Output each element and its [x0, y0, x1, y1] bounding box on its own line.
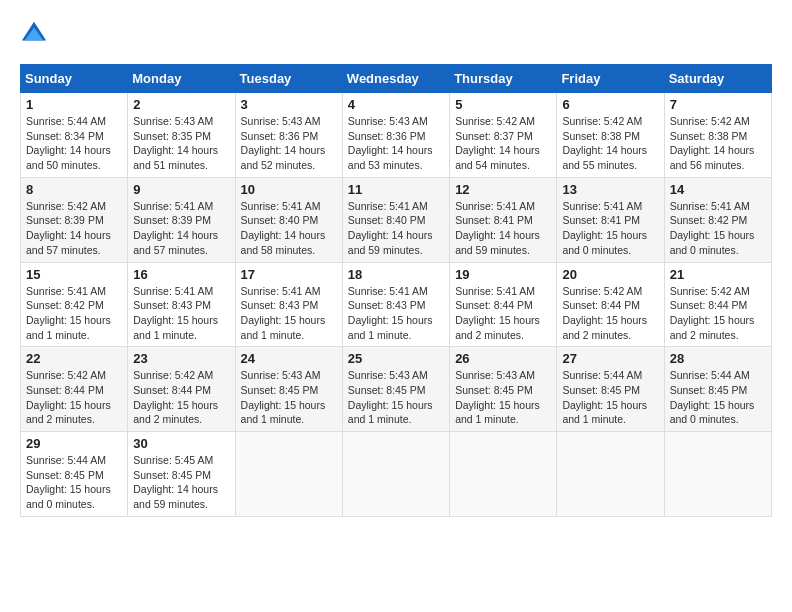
day-info: Sunrise: 5:43 AM Sunset: 8:36 PM Dayligh… [241, 114, 337, 173]
col-header-sunday: Sunday [21, 65, 128, 93]
empty-cell [342, 432, 449, 517]
day-number: 4 [348, 97, 444, 112]
calendar-day-17: 17 Sunrise: 5:41 AM Sunset: 8:43 PM Dayl… [235, 262, 342, 347]
day-number: 10 [241, 182, 337, 197]
calendar-day-10: 10 Sunrise: 5:41 AM Sunset: 8:40 PM Dayl… [235, 177, 342, 262]
day-info: Sunrise: 5:44 AM Sunset: 8:45 PM Dayligh… [26, 453, 122, 512]
day-number: 1 [26, 97, 122, 112]
day-number: 2 [133, 97, 229, 112]
day-number: 9 [133, 182, 229, 197]
day-number: 29 [26, 436, 122, 451]
calendar-day-28: 28 Sunrise: 5:44 AM Sunset: 8:45 PM Dayl… [664, 347, 771, 432]
day-info: Sunrise: 5:42 AM Sunset: 8:38 PM Dayligh… [670, 114, 766, 173]
day-number: 17 [241, 267, 337, 282]
calendar-day-21: 21 Sunrise: 5:42 AM Sunset: 8:44 PM Dayl… [664, 262, 771, 347]
day-number: 24 [241, 351, 337, 366]
day-info: Sunrise: 5:43 AM Sunset: 8:36 PM Dayligh… [348, 114, 444, 173]
calendar-day-14: 14 Sunrise: 5:41 AM Sunset: 8:42 PM Dayl… [664, 177, 771, 262]
calendar-week-4: 22 Sunrise: 5:42 AM Sunset: 8:44 PM Dayl… [21, 347, 772, 432]
col-header-monday: Monday [128, 65, 235, 93]
calendar-day-16: 16 Sunrise: 5:41 AM Sunset: 8:43 PM Dayl… [128, 262, 235, 347]
calendar-day-30: 30 Sunrise: 5:45 AM Sunset: 8:45 PM Dayl… [128, 432, 235, 517]
day-number: 12 [455, 182, 551, 197]
day-info: Sunrise: 5:42 AM Sunset: 8:44 PM Dayligh… [26, 368, 122, 427]
day-info: Sunrise: 5:41 AM Sunset: 8:40 PM Dayligh… [241, 199, 337, 258]
calendar-day-9: 9 Sunrise: 5:41 AM Sunset: 8:39 PM Dayli… [128, 177, 235, 262]
day-number: 6 [562, 97, 658, 112]
day-number: 13 [562, 182, 658, 197]
calendar-day-5: 5 Sunrise: 5:42 AM Sunset: 8:37 PM Dayli… [450, 93, 557, 178]
calendar-day-3: 3 Sunrise: 5:43 AM Sunset: 8:36 PM Dayli… [235, 93, 342, 178]
empty-cell [557, 432, 664, 517]
calendar-day-24: 24 Sunrise: 5:43 AM Sunset: 8:45 PM Dayl… [235, 347, 342, 432]
day-number: 28 [670, 351, 766, 366]
calendar-day-1: 1 Sunrise: 5:44 AM Sunset: 8:34 PM Dayli… [21, 93, 128, 178]
day-number: 14 [670, 182, 766, 197]
day-info: Sunrise: 5:43 AM Sunset: 8:45 PM Dayligh… [348, 368, 444, 427]
calendar-day-29: 29 Sunrise: 5:44 AM Sunset: 8:45 PM Dayl… [21, 432, 128, 517]
calendar-day-19: 19 Sunrise: 5:41 AM Sunset: 8:44 PM Dayl… [450, 262, 557, 347]
col-header-tuesday: Tuesday [235, 65, 342, 93]
day-number: 26 [455, 351, 551, 366]
day-info: Sunrise: 5:42 AM Sunset: 8:44 PM Dayligh… [133, 368, 229, 427]
calendar-week-2: 8 Sunrise: 5:42 AM Sunset: 8:39 PM Dayli… [21, 177, 772, 262]
day-info: Sunrise: 5:44 AM Sunset: 8:45 PM Dayligh… [562, 368, 658, 427]
day-info: Sunrise: 5:45 AM Sunset: 8:45 PM Dayligh… [133, 453, 229, 512]
empty-cell [235, 432, 342, 517]
calendar-day-4: 4 Sunrise: 5:43 AM Sunset: 8:36 PM Dayli… [342, 93, 449, 178]
day-number: 20 [562, 267, 658, 282]
day-number: 11 [348, 182, 444, 197]
day-number: 5 [455, 97, 551, 112]
calendar-day-2: 2 Sunrise: 5:43 AM Sunset: 8:35 PM Dayli… [128, 93, 235, 178]
day-info: Sunrise: 5:41 AM Sunset: 8:42 PM Dayligh… [26, 284, 122, 343]
calendar-table: SundayMondayTuesdayWednesdayThursdayFrid… [20, 64, 772, 517]
header [20, 20, 772, 48]
day-number: 30 [133, 436, 229, 451]
calendar-day-15: 15 Sunrise: 5:41 AM Sunset: 8:42 PM Dayl… [21, 262, 128, 347]
day-info: Sunrise: 5:41 AM Sunset: 8:41 PM Dayligh… [562, 199, 658, 258]
day-number: 21 [670, 267, 766, 282]
day-number: 3 [241, 97, 337, 112]
day-info: Sunrise: 5:41 AM Sunset: 8:39 PM Dayligh… [133, 199, 229, 258]
calendar-day-8: 8 Sunrise: 5:42 AM Sunset: 8:39 PM Dayli… [21, 177, 128, 262]
col-header-friday: Friday [557, 65, 664, 93]
day-info: Sunrise: 5:41 AM Sunset: 8:43 PM Dayligh… [348, 284, 444, 343]
day-info: Sunrise: 5:42 AM Sunset: 8:39 PM Dayligh… [26, 199, 122, 258]
day-info: Sunrise: 5:43 AM Sunset: 8:45 PM Dayligh… [455, 368, 551, 427]
calendar-week-5: 29 Sunrise: 5:44 AM Sunset: 8:45 PM Dayl… [21, 432, 772, 517]
day-number: 22 [26, 351, 122, 366]
day-number: 27 [562, 351, 658, 366]
day-info: Sunrise: 5:44 AM Sunset: 8:34 PM Dayligh… [26, 114, 122, 173]
day-info: Sunrise: 5:42 AM Sunset: 8:38 PM Dayligh… [562, 114, 658, 173]
day-info: Sunrise: 5:41 AM Sunset: 8:41 PM Dayligh… [455, 199, 551, 258]
day-number: 25 [348, 351, 444, 366]
day-info: Sunrise: 5:41 AM Sunset: 8:44 PM Dayligh… [455, 284, 551, 343]
calendar-day-27: 27 Sunrise: 5:44 AM Sunset: 8:45 PM Dayl… [557, 347, 664, 432]
calendar-week-1: 1 Sunrise: 5:44 AM Sunset: 8:34 PM Dayli… [21, 93, 772, 178]
logo-icon [20, 20, 48, 48]
day-number: 16 [133, 267, 229, 282]
calendar-day-13: 13 Sunrise: 5:41 AM Sunset: 8:41 PM Dayl… [557, 177, 664, 262]
col-header-saturday: Saturday [664, 65, 771, 93]
col-header-wednesday: Wednesday [342, 65, 449, 93]
calendar-day-18: 18 Sunrise: 5:41 AM Sunset: 8:43 PM Dayl… [342, 262, 449, 347]
day-info: Sunrise: 5:41 AM Sunset: 8:42 PM Dayligh… [670, 199, 766, 258]
day-info: Sunrise: 5:43 AM Sunset: 8:45 PM Dayligh… [241, 368, 337, 427]
calendar-day-26: 26 Sunrise: 5:43 AM Sunset: 8:45 PM Dayl… [450, 347, 557, 432]
calendar-header-row: SundayMondayTuesdayWednesdayThursdayFrid… [21, 65, 772, 93]
empty-cell [450, 432, 557, 517]
day-number: 8 [26, 182, 122, 197]
day-info: Sunrise: 5:42 AM Sunset: 8:37 PM Dayligh… [455, 114, 551, 173]
calendar-day-6: 6 Sunrise: 5:42 AM Sunset: 8:38 PM Dayli… [557, 93, 664, 178]
calendar-day-20: 20 Sunrise: 5:42 AM Sunset: 8:44 PM Dayl… [557, 262, 664, 347]
day-info: Sunrise: 5:43 AM Sunset: 8:35 PM Dayligh… [133, 114, 229, 173]
calendar-day-23: 23 Sunrise: 5:42 AM Sunset: 8:44 PM Dayl… [128, 347, 235, 432]
day-number: 18 [348, 267, 444, 282]
calendar-day-25: 25 Sunrise: 5:43 AM Sunset: 8:45 PM Dayl… [342, 347, 449, 432]
calendar-day-22: 22 Sunrise: 5:42 AM Sunset: 8:44 PM Dayl… [21, 347, 128, 432]
day-info: Sunrise: 5:44 AM Sunset: 8:45 PM Dayligh… [670, 368, 766, 427]
day-info: Sunrise: 5:42 AM Sunset: 8:44 PM Dayligh… [670, 284, 766, 343]
empty-cell [664, 432, 771, 517]
day-info: Sunrise: 5:41 AM Sunset: 8:43 PM Dayligh… [133, 284, 229, 343]
day-number: 15 [26, 267, 122, 282]
